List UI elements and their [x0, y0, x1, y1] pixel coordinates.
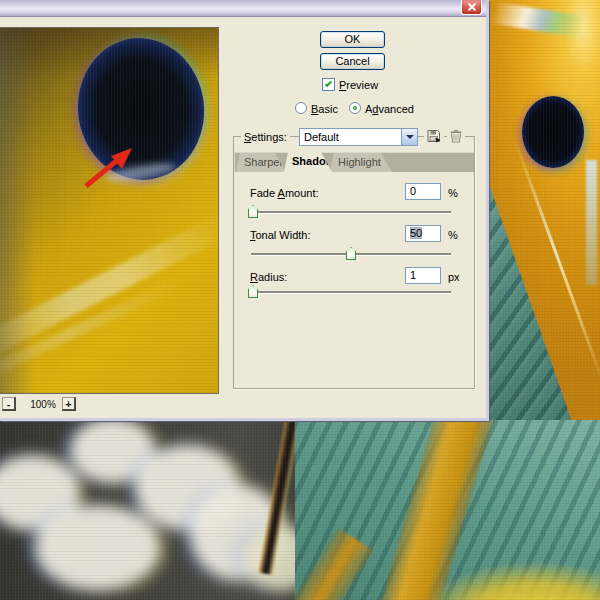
tonal-width-slider[interactable] — [251, 253, 451, 255]
basic-radio-label: Basic — [311, 103, 338, 115]
basic-radio[interactable] — [295, 102, 307, 114]
settings-groupbox — [233, 136, 475, 389]
chevron-down-icon[interactable] — [401, 129, 417, 145]
preview-checkbox[interactable] — [322, 78, 335, 91]
radius-input[interactable]: 1 — [405, 267, 441, 284]
fade-amount-label: Fade Amount: — [250, 187, 319, 199]
preview-image[interactable] — [0, 28, 218, 393]
background-fish-body-lower — [295, 420, 600, 600]
annotation-arrow — [66, 136, 150, 198]
save-preset-icon[interactable] — [424, 128, 444, 146]
tonal-width-label: Tonal Width: — [250, 229, 311, 241]
settings-dropdown[interactable]: Default — [299, 128, 418, 146]
preview-checkbox-label: Preview — [339, 79, 378, 91]
preview-pane — [0, 27, 219, 394]
advanced-radio[interactable] — [349, 102, 361, 114]
zoom-level: 100% — [22, 399, 64, 410]
settings-dropdown-value: Default — [304, 130, 339, 145]
radio-dot-icon — [353, 106, 357, 110]
tab-highlight[interactable]: Highlight — [330, 153, 392, 172]
settings-label: Settings: — [241, 131, 290, 143]
fade-amount-unit: % — [448, 187, 458, 199]
background-fish-head — [489, 0, 600, 432]
tonal-width-unit: % — [448, 229, 458, 241]
smart-sharpen-dialog: - 100% + OK Cancel Preview Basic Advance… — [0, 0, 489, 421]
background-seafloor — [0, 420, 600, 600]
fish-fin-edge — [586, 160, 597, 285]
cancel-button[interactable]: Cancel — [320, 53, 385, 70]
zoom-out-button[interactable]: - — [2, 397, 16, 411]
tab-sharpen[interactable]: Sharpen — [236, 153, 286, 172]
background-fish-flank — [489, 150, 600, 432]
checkmark-icon — [325, 80, 332, 87]
advanced-radio-label: Advanced — [365, 103, 414, 115]
fade-amount-slider[interactable] — [251, 211, 451, 213]
dialog-titlebar[interactable] — [0, 0, 486, 17]
ok-button[interactable]: OK — [320, 31, 385, 48]
background-fish-eye — [522, 96, 584, 168]
zoom-in-button[interactable]: + — [62, 397, 76, 411]
radius-unit: px — [448, 271, 460, 283]
iridescent-streak — [489, 0, 600, 42]
radius-slider[interactable] — [251, 291, 451, 293]
tab-shadow[interactable]: Shadow — [284, 152, 332, 172]
tonal-width-input[interactable]: 50 — [405, 225, 441, 242]
delete-preset-icon[interactable] — [447, 128, 465, 146]
fade-amount-input[interactable]: 0 — [405, 183, 441, 200]
radius-label: Radius: — [250, 271, 287, 283]
tab-strip: Sharpen Shadow Highlight — [234, 152, 474, 172]
close-icon[interactable] — [461, 0, 482, 15]
